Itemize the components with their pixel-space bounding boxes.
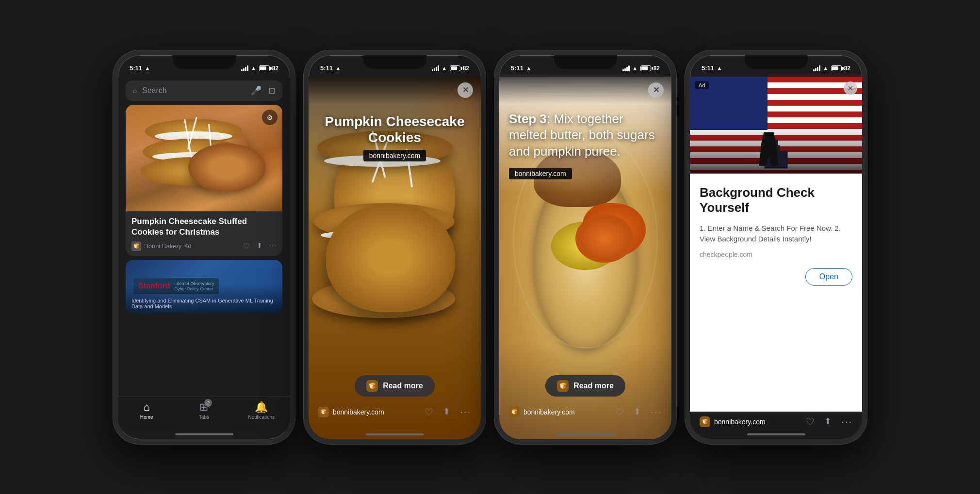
stanford-image: Stanford Internet ObservatoryCyber Polic… [126,260,282,313]
card-meta-1: 🍞 Bonni Bakery 4d ♡ ⬆ ··· [131,241,277,251]
tab-notifications[interactable]: 🔔 Notifications [247,401,276,420]
read-more-area-3: 🍞 Read more [499,369,671,402]
story-bottom-2: 🍞 Read more 🍞 bonnibakery.com ♡ ⬆ ··· [309,369,481,439]
ad-domain-4: checkpeople.com [700,251,852,258]
phone-4-bottom-bar: 🍞 bonnibakery.com ♡ ⬆ ··· [690,412,862,439]
heart-icon-story-3[interactable]: ♡ [615,406,624,418]
home-indicator-4 [747,433,805,435]
share-icon-1[interactable]: ⬆ [257,241,262,251]
mic-icon-1[interactable]: 🎤 [251,85,261,96]
card-image-area: ⊘ [126,105,282,211]
location-icon-3: ▲ [526,65,532,72]
battery-icon-1 [259,65,270,71]
ad-close-button[interactable]: ✕ [844,81,857,95]
source-favicon-2: 🍞 [318,407,329,417]
card-author-1: 🍞 Bonni Bakery 4d [131,241,192,251]
ad-description-4: 1. Enter a Name & Search For Free Now. 2… [700,223,852,245]
read-more-label-2: Read more [383,382,423,390]
story-source-2: 🍞 bonnibakery.com [318,407,384,417]
read-more-favicon-3: 🍞 [557,380,569,392]
story-bottom-3: 🍞 Read more 🍞 bonnibakery.com ♡ ⬆ ··· [499,369,671,439]
phone-1-content: ⌕ Search 🎤 ⊡ [118,77,290,397]
phone-1: 5:11 ▲ ▲ 82 ⌕ Search [113,50,295,444]
tab-bar-1: ⌂ Home ⊞ 2 Tabs 🔔 Notifications [118,397,290,431]
story-source-4: 🍞 bonnibakery.com [700,416,766,427]
story-top-overlay-3: ✕ [499,77,671,104]
story-step-text-3: Step 3: Mix together melted butter, both… [509,111,662,160]
read-more-favicon-2: 🍞 [366,380,378,392]
phone-4: 5:11 ▲ ▲ 82 [685,50,867,444]
close-button-2[interactable]: ✕ [457,82,473,98]
share-icon-story-2[interactable]: ⬆ [443,406,450,418]
search-icons-1: 🎤 ⊡ [251,85,276,96]
location-icon-4: ▲ [717,65,722,72]
story-actions-2: 🍞 bonnibakery.com ♡ ⬆ ··· [309,402,481,431]
tabs-badge: 2 [204,399,212,407]
read-more-label-3: Read more [573,382,614,390]
home-indicator-3 [556,433,615,435]
tab-home[interactable]: ⌂ Home [132,401,161,420]
story-action-icons-4: ♡ ⬆ ··· [806,416,852,428]
status-bar-2: 5:11 ▲ ▲ 82 [309,55,481,77]
wifi-icon-2: ▲ [441,65,447,72]
status-right-1: ▲ 82 [241,65,278,72]
read-more-button-3[interactable]: 🍞 Read more [545,375,625,397]
heart-icon-story-4[interactable]: ♡ [806,416,815,428]
story-actions-3: 🍞 bonnibakery.com ♡ ⬆ ··· [499,402,671,431]
story-action-icons-2: ♡ ⬆ ··· [425,406,471,418]
phones-container: 5:11 ▲ ▲ 82 ⌕ Search [103,41,877,454]
story-domain-badge-2: bonnibakery.com [363,150,426,161]
feed-card-stanford[interactable]: Stanford Internet ObservatoryCyber Polic… [126,260,282,313]
story-view-3: Step 3: Mix together melted butter, both… [499,77,671,439]
step-domain-badge-3: bonnibakery.com [509,168,572,179]
tab-tabs[interactable]: ⊞ 2 Tabs [189,401,218,420]
step-text-area-3: Step 3: Mix together melted butter, both… [499,103,671,187]
ad-banner-image-4: Ad ✕ [690,77,862,174]
signal-bars-1 [241,65,248,71]
search-placeholder-1: Search [142,86,246,95]
story-top-overlay-2: ✕ [309,77,481,104]
ad-content-4: Background Check Yourself 1. Enter a Nam… [690,174,862,297]
status-bar-1: 5:11 ▲ ▲ 82 [118,55,290,77]
ad-view-4: Ad ✕ Background Check Yourself 1. Enter … [690,77,862,412]
status-bar-4: 5:11 ▲ ▲ 82 [690,55,862,77]
more-icon-story-2[interactable]: ··· [460,406,471,418]
source-favicon-4: 🍞 [700,416,710,427]
bookmark-icon-1[interactable]: ⊘ [262,110,278,125]
search-icon-1: ⌕ [132,86,137,95]
more-icon-story-3[interactable]: ··· [651,406,662,418]
card-footer-1: Pumpkin Cheesecake Stuffed Cookies for C… [126,211,282,256]
home-icon-tab: ⌂ [144,401,150,414]
feed-card-cookie[interactable]: ⊘ Pumpkin Cheesecake Stuffed Cookies for… [126,105,282,256]
home-indicator-1 [175,433,233,435]
card-actions-1: ♡ ⬆ ··· [243,241,277,251]
wifi-icon-4: ▲ [823,65,829,72]
search-bar-1[interactable]: ⌕ Search 🎤 ⊡ [126,80,282,101]
heart-icon-story-2[interactable]: ♡ [425,406,433,418]
share-icon-story-4[interactable]: ⬆ [824,416,832,428]
close-button-3[interactable]: ✕ [648,82,664,98]
cookie-image-1 [126,105,282,211]
story-action-icons-3: ♡ ⬆ ··· [615,406,662,418]
source-favicon-3: 🍞 [509,407,520,417]
bell-icon-tab: 🔔 [255,401,268,414]
time-ago-1: 4d [184,242,191,250]
more-icon-story-4[interactable]: ··· [841,416,852,428]
more-icon-1[interactable]: ··· [269,241,277,251]
ad-badge: Ad [695,81,709,89]
location-icon-1: ▲ [145,65,150,72]
story-title-area-2: Pumpkin CheesecakeCookies bonnibakery.co… [309,106,481,169]
location-icon-2: ▲ [335,65,341,72]
scan-icon-1[interactable]: ⊡ [268,85,276,96]
share-icon-story-3[interactable]: ⬆ [634,406,641,418]
phone-2: 5:11 ▲ ▲ 82 [304,50,486,444]
author-avatar-1: 🍞 [131,241,141,251]
wifi-icon-3: ▲ [632,65,638,72]
ad-open-button[interactable]: Open [805,268,852,286]
story-actions-4: 🍞 bonnibakery.com ♡ ⬆ ··· [690,412,862,431]
read-more-area-2: 🍞 Read more [309,369,481,402]
read-more-button-2[interactable]: 🍞 Read more [355,375,435,397]
status-bar-3: 5:11 ▲ ▲ 82 [499,55,671,77]
wifi-icon-1: ▲ [251,65,257,72]
heart-icon-1[interactable]: ♡ [243,241,250,251]
